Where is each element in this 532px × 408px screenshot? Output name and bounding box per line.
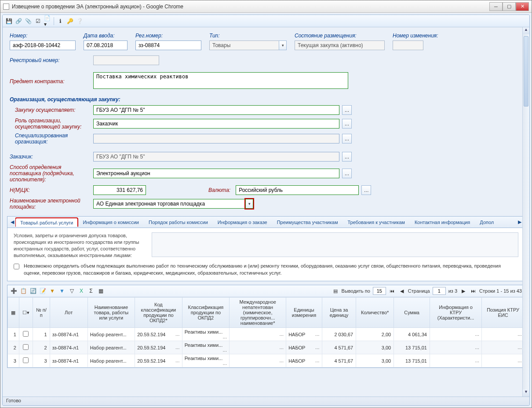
customer-input[interactable]: [93, 152, 339, 162]
grid-cell[interactable]: 20.59.52.194…: [135, 354, 182, 368]
tab-5[interactable]: Требования к участникам: [343, 217, 409, 227]
grid-cell[interactable]: [19, 354, 33, 368]
grid-cell[interactable]: Реактивы хими...…: [182, 328, 230, 341]
table-row[interactable]: 33зз-08874-л1Набор реагент...20.59.52.19…: [8, 354, 525, 368]
cell-lookup-icon[interactable]: …: [175, 332, 180, 337]
grid-header-9[interactable]: Цена за единицу: [322, 298, 356, 328]
grid-header-4[interactable]: Наименование товара, работы или услуги: [87, 298, 135, 328]
grid-cell[interactable]: …: [230, 354, 286, 368]
grid-header-0[interactable]: ▦: [8, 298, 19, 328]
cell-lookup-icon[interactable]: …: [475, 345, 479, 350]
subject-input[interactable]: [93, 72, 348, 89]
nmck-input[interactable]: [93, 185, 146, 195]
type-select[interactable]: [209, 40, 279, 50]
grid-header-6[interactable]: Классификация продукции по ОКПД2: [182, 298, 230, 328]
grid-cell[interactable]: 4 571,67: [322, 354, 356, 368]
cell-lookup-icon[interactable]: …: [315, 358, 320, 363]
tab-6[interactable]: Контактная информация: [410, 217, 475, 227]
grid-cell[interactable]: [19, 328, 33, 341]
tab-4[interactable]: Преимущества участникам: [272, 217, 343, 227]
grid-cell[interactable]: …: [430, 341, 481, 354]
conditions-textarea[interactable]: [152, 232, 518, 257]
cell-lookup-icon[interactable]: …: [315, 332, 320, 337]
cell-lookup-icon[interactable]: …: [222, 348, 227, 353]
grid-cell[interactable]: НАБОР…: [286, 354, 322, 368]
grid-cell[interactable]: …: [482, 328, 525, 341]
grid-cell[interactable]: Набор реагент...: [87, 328, 135, 341]
grid-cell[interactable]: 2,00: [356, 328, 394, 341]
tab-7[interactable]: Допол: [475, 217, 499, 227]
grid-header-2[interactable]: № п/п: [33, 298, 50, 328]
method-input[interactable]: [93, 169, 339, 178]
cell-lookup-icon[interactable]: …: [175, 358, 180, 363]
grid-cell[interactable]: зз-08874-л1: [50, 341, 87, 354]
grid-filter-clear-icon[interactable]: ▽: [68, 287, 75, 294]
grid-header-7[interactable]: Международное непатентован (химическое, …: [230, 298, 286, 328]
scroll-up-icon[interactable]: ▲: [523, 27, 529, 34]
key-icon[interactable]: 🔑: [66, 18, 73, 25]
page-prev-icon[interactable]: ◀: [398, 287, 405, 294]
grid-header-13[interactable]: Позиция КТРУ ЕИС: [482, 298, 525, 328]
registry-input[interactable]: [93, 55, 159, 65]
grid-excel-icon[interactable]: X: [78, 287, 85, 294]
tab-1[interactable]: Информация о комиссии: [78, 217, 144, 227]
grid-cell[interactable]: 4 571,67: [322, 341, 356, 354]
save-icon[interactable]: 💾: [5, 18, 12, 25]
row-checkbox[interactable]: [23, 331, 29, 337]
grid-cell[interactable]: 13 715,01: [394, 341, 430, 354]
grid-copy-icon[interactable]: 📋: [20, 287, 27, 294]
number-input[interactable]: [10, 40, 76, 50]
tab-3[interactable]: Информация о заказе: [213, 217, 272, 227]
row-checkbox[interactable]: [23, 357, 29, 363]
cell-lookup-icon[interactable]: …: [517, 358, 522, 363]
cell-lookup-icon[interactable]: …: [279, 332, 284, 337]
grid-cell[interactable]: НАБОР…: [286, 341, 322, 354]
grid-cell[interactable]: …: [230, 328, 286, 341]
grid-header-10[interactable]: Количество*: [356, 298, 394, 328]
grid-cell[interactable]: 3,00: [356, 354, 394, 368]
grid-cell[interactable]: зз-08874-л1: [50, 328, 87, 341]
grid-cell[interactable]: НАБОР…: [286, 328, 322, 341]
grid-cell[interactable]: зз-08874-л1: [50, 354, 87, 368]
grid-cell[interactable]: …: [230, 341, 286, 354]
impossible-checkbox[interactable]: [14, 264, 19, 269]
scroll-thumb[interactable]: [524, 36, 528, 107]
cell-lookup-icon[interactable]: …: [175, 345, 180, 350]
grid-header-12[interactable]: Информация о КТРУ (Характеристи...: [430, 298, 481, 328]
grid-cell[interactable]: [19, 341, 33, 354]
regnum-input[interactable]: [135, 40, 201, 50]
cell-lookup-icon[interactable]: …: [222, 361, 227, 366]
method-lookup-button[interactable]: …: [342, 169, 352, 178]
table-row[interactable]: 22зз-08874-л1Набор реагент...20.59.52.19…: [8, 341, 525, 354]
grid-cell[interactable]: 3,00: [356, 341, 394, 354]
grid-cell[interactable]: Реактивы хими...…: [182, 341, 230, 354]
grid-cell[interactable]: 13 715,01: [394, 354, 430, 368]
grid-filter2-icon[interactable]: ▼: [58, 287, 66, 294]
close-button[interactable]: ✕: [516, 2, 529, 11]
grid-header-5[interactable]: Код классификации продукции по ОКПД2*: [135, 298, 182, 328]
checkbox-icon[interactable]: ☑: [34, 18, 41, 25]
help-icon[interactable]: ❔: [76, 18, 83, 25]
grid-refresh-icon[interactable]: 🔄: [29, 287, 36, 294]
grid-cell[interactable]: …: [430, 354, 481, 368]
grid-cell[interactable]: 20.59.52.194…: [135, 328, 182, 341]
cell-lookup-icon[interactable]: …: [279, 345, 284, 350]
page-first-icon[interactable]: ⏮: [389, 287, 396, 294]
grid-cell[interactable]: 1: [33, 328, 50, 341]
customer-lookup-button[interactable]: …: [342, 152, 352, 162]
grid-header-11[interactable]: Сумма: [394, 298, 430, 328]
grid-cell[interactable]: 4 061,34: [394, 328, 430, 341]
link-icon[interactable]: 🔗: [15, 18, 22, 25]
scroll-down-icon[interactable]: ▼: [523, 390, 529, 397]
purchaser-lookup-button[interactable]: …: [342, 105, 352, 115]
page-last-icon[interactable]: ⏭: [470, 287, 477, 294]
currency-lookup-button[interactable]: …: [361, 185, 371, 195]
grid-cell[interactable]: Набор реагент...: [87, 341, 135, 354]
change-input[interactable]: [393, 40, 423, 50]
grid-form-icon[interactable]: 📝: [39, 287, 46, 294]
page-input[interactable]: [433, 287, 446, 295]
platform-select[interactable]: [93, 199, 245, 209]
grid-header-8[interactable]: Единицы измерения: [286, 298, 322, 328]
export-icon[interactable]: 📄▾: [44, 18, 51, 25]
cell-lookup-icon[interactable]: …: [517, 345, 522, 350]
